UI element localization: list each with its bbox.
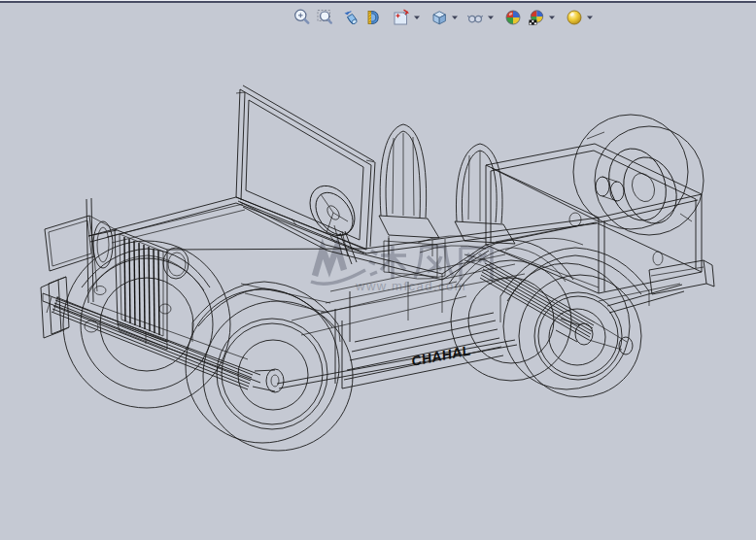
- front-fenders: [82, 249, 340, 342]
- front-axle: [253, 340, 517, 392]
- model-badge-text: CHAHAL: [411, 342, 471, 369]
- rear-wheels: [451, 260, 641, 397]
- model-viewport[interactable]: www.mfcad.com: [0, 3, 756, 540]
- cad-application-window: { "window": { "background_color": "#c5c9…: [0, 0, 756, 540]
- front-bumper: [41, 277, 260, 383]
- spare-tire: [573, 115, 704, 235]
- wireframe-model-jeep: www.mfcad.com: [0, 3, 756, 540]
- jeep-wireframe: CHAHAL: [41, 85, 714, 451]
- windshield: [236, 85, 375, 253]
- front-wheels: [63, 241, 353, 451]
- far-front-fender-plate: [45, 216, 115, 291]
- headlight-far: [93, 221, 113, 268]
- watermark-url: www.mfcad.com: [355, 279, 466, 293]
